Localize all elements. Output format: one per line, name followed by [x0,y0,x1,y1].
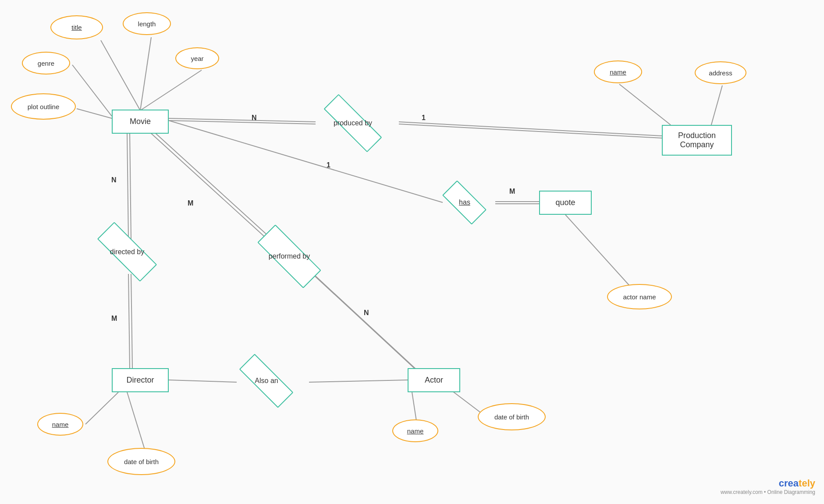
svg-line-13 [128,274,130,368]
relationship-performed-by: performed by [243,237,335,276]
svg-line-5 [169,118,316,122]
svg-line-15 [149,131,272,243]
cardinality-1-movie-has: 1 [327,161,330,169]
svg-line-16 [152,130,274,241]
svg-line-23 [169,380,237,382]
cardinality-m-directed-director: M [111,315,117,323]
svg-line-0 [101,40,140,110]
svg-line-14 [131,274,132,368]
svg-line-9 [619,84,671,125]
svg-line-17 [307,269,414,368]
diagram-container: Movie ProductionCompany Director Actor q… [0,0,824,504]
cardinality-m-movie-performed: M [188,199,193,207]
svg-line-2 [140,70,202,110]
cardinality-m-has-quote: M [509,188,515,195]
svg-line-11 [127,134,128,239]
cardinality-1-produced-company: 1 [422,114,426,122]
entity-production-company: ProductionCompany [662,125,732,156]
attribute-plot-outline: plot outline [11,93,76,120]
attribute-actor-dob: date of birth [478,403,546,430]
svg-line-10 [710,85,722,129]
relationship-produced-by: produced by [307,107,399,139]
svg-line-7 [399,122,662,136]
svg-line-8 [399,124,662,138]
svg-line-26 [127,392,145,449]
attribute-title: title [50,15,103,39]
svg-line-19 [169,121,443,202]
svg-line-3 [72,65,112,116]
svg-line-24 [309,380,408,382]
svg-line-4 [77,109,112,118]
attribute-actor-name2: name [392,419,438,442]
entity-actor: Actor [408,368,460,392]
attribute-prod-name: name [594,60,642,83]
relationship-has: has [434,188,495,217]
cardinality-n-movie-directed: N [111,176,117,184]
attribute-prod-address: address [695,61,746,84]
attribute-genre: genre [22,52,70,75]
svg-line-25 [85,392,118,424]
svg-line-12 [130,134,131,239]
svg-line-18 [309,270,417,370]
svg-line-1 [140,37,151,110]
attribute-length: length [123,12,171,35]
watermark: creately www.creately.com • Online Diagr… [721,478,815,495]
svg-line-27 [412,392,416,421]
attribute-actor-name: actor name [607,284,672,309]
attribute-director-dob: date of birth [107,448,175,475]
attribute-director-name: name [37,413,83,436]
cardinality-n-movie-produced: N [252,114,257,122]
attribute-year: year [175,47,219,69]
cardinality-n-performed-actor: N [364,309,369,317]
relationship-also-an: Also an [227,365,306,397]
entity-movie: Movie [112,110,169,134]
svg-line-6 [169,121,316,124]
entity-director: Director [112,368,169,392]
entity-quote: quote [539,191,592,215]
relationship-directed-by: directed by [83,232,171,272]
